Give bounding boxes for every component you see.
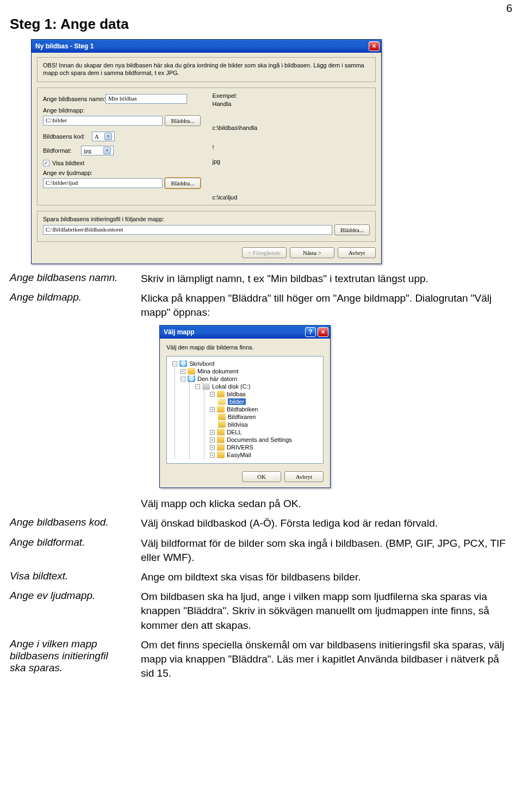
- term: Visa bildtext.: [10, 570, 127, 584]
- dlg2-titlebar[interactable]: Välj mapp ? ×: [160, 326, 330, 339]
- dialog-valj-mapp: Välj mapp ? × Välj den mapp där bilderna…: [159, 325, 331, 488]
- next-button[interactable]: Nästa >: [290, 247, 334, 258]
- tree-node[interactable]: Bildfabriken: [227, 406, 258, 413]
- back-button: < Föregående: [242, 247, 287, 258]
- expand-icon[interactable]: +: [181, 369, 185, 374]
- drive-icon: [202, 383, 210, 390]
- tree-node[interactable]: Skrivbord: [189, 360, 214, 367]
- folder-icon: [188, 368, 195, 374]
- term: Ange bildbasens namn.: [10, 272, 127, 286]
- code-sample: !: [213, 144, 370, 151]
- folder-open-icon: [218, 398, 226, 405]
- collapse-icon[interactable]: −: [181, 377, 185, 382]
- show-text-checkbox[interactable]: ✓: [43, 160, 49, 166]
- desc: Välj bildformat för de bilder som ska in…: [141, 536, 512, 565]
- dlg2-title: Välj mapp: [164, 328, 303, 336]
- expand-icon[interactable]: +: [210, 407, 215, 412]
- desktop-icon: [179, 360, 187, 367]
- format-label: Bildformat:: [43, 147, 81, 154]
- page-title: Steg 1: Ange data: [10, 16, 512, 33]
- expand-icon[interactable]: +: [210, 445, 215, 450]
- folder-icon: [217, 406, 225, 413]
- sound-sample: c:\ica\ljud: [213, 194, 370, 201]
- page-number: 6: [10, 2, 512, 15]
- show-text-label: Visa bildtext: [52, 160, 84, 166]
- ok-button[interactable]: OK: [242, 471, 281, 482]
- term: Ange bildmapp.: [10, 291, 127, 320]
- tree-node[interactable]: DELL: [227, 429, 242, 435]
- desc: Om det finns speciella önskemål om var b…: [141, 638, 512, 681]
- close-icon[interactable]: ×: [318, 327, 328, 337]
- tree-node[interactable]: Documents and Settings: [227, 436, 292, 443]
- folder-sample: c:\bildbas\handla: [213, 124, 370, 131]
- browse-button-folder[interactable]: Bläddra...: [165, 115, 200, 126]
- chevron-down-icon: ▾: [104, 133, 112, 140]
- folder-icon: [218, 414, 226, 420]
- dlg2-prompt: Välj den mapp där bilderna finns.: [166, 344, 324, 351]
- expand-icon[interactable]: +: [210, 430, 215, 435]
- desc: Klicka på knappen "Bläddra" till höger o…: [141, 291, 512, 320]
- code-combo[interactable]: A▾: [92, 132, 115, 141]
- format-value: jpg: [84, 147, 91, 154]
- tree-node-selected[interactable]: bilder: [228, 398, 246, 405]
- desc: Välj mapp och klicka sedan på OK.: [141, 497, 512, 511]
- term: Ange bildformat.: [10, 536, 127, 565]
- sound-label: Ange ev ljudmapp:: [43, 170, 92, 176]
- obs-text: OBS! Innan du skapar den nya bildbasen h…: [43, 62, 370, 77]
- expand-icon[interactable]: +: [210, 438, 215, 442]
- tree-node[interactable]: DRIVERS: [227, 444, 253, 451]
- folder-icon: [217, 436, 225, 443]
- tree-node[interactable]: Bildfixaren: [228, 414, 256, 420]
- term: Ange i vilken mapp bildbasens initiering…: [10, 638, 127, 681]
- name-label: Ange bildbasens namn:: [43, 96, 105, 102]
- folder-icon: [217, 444, 225, 451]
- folder-icon: [218, 421, 226, 428]
- dialog-ny-bildbas: Ny bildbas - Steg 1 × OBS! Innan du skap…: [31, 39, 382, 264]
- computer-icon: [188, 376, 195, 382]
- save-group: Spara bildbasens initieringsfil i följan…: [37, 211, 376, 242]
- folder-icon: [217, 429, 225, 435]
- tree-node[interactable]: Lokal disk (C:): [212, 383, 250, 390]
- format-combo[interactable]: jpg▾: [81, 146, 114, 155]
- name-field[interactable]: Min bildbas: [105, 94, 187, 104]
- desc: Välj önskad bildbaskod (A-Ö). Första led…: [141, 516, 512, 530]
- expand-icon[interactable]: +: [210, 392, 215, 397]
- chevron-down-icon: ▾: [103, 147, 111, 154]
- term: Ange ev ljudmapp.: [10, 590, 127, 633]
- code-value: A: [95, 133, 99, 140]
- name-sample: Handla: [213, 101, 370, 107]
- folder-label: Ange bildmapp:: [43, 107, 84, 114]
- browse-button-sound[interactable]: Bläddra...: [165, 178, 200, 189]
- folder-icon: [217, 391, 225, 397]
- browse-button-save[interactable]: Bläddra...: [334, 224, 370, 235]
- save-label: Spara bildbasens initieringsfil i följan…: [43, 216, 370, 222]
- desc: Ange om bildtext ska visas för bildbasen…: [141, 570, 512, 584]
- save-field[interactable]: C:\Bildfabriken\Bildbaskontoret: [43, 225, 332, 235]
- help-icon[interactable]: ?: [305, 327, 316, 337]
- collapse-icon[interactable]: −: [195, 384, 200, 389]
- sound-field[interactable]: C:\bilder\ljud: [43, 178, 163, 188]
- term: Ange bildbasens kod.: [10, 516, 127, 530]
- cancel-button[interactable]: Avbryt: [284, 471, 324, 482]
- expand-icon[interactable]: +: [210, 453, 215, 458]
- format-sample: jpg: [213, 158, 370, 165]
- dlg1-title: Ny bildbas - Steg 1: [35, 42, 367, 50]
- tree-node[interactable]: EasyMail: [227, 452, 251, 458]
- desc: Om bildbasen ska ha ljud, ange i vilken …: [141, 590, 512, 633]
- desc: Skriv in lämpligt namn, t ex "Min bildba…: [141, 272, 512, 286]
- exempel-label: Exempel:: [213, 92, 370, 99]
- code-label: Bildbasens kod:: [43, 133, 92, 140]
- folder-tree[interactable]: − Skrivbord + Mina dokument − Den här da…: [166, 356, 324, 464]
- tree-node[interactable]: Den här datorn: [197, 376, 237, 382]
- info-group: OBS! Innan du skapar den nya bildbasen h…: [37, 57, 376, 82]
- tree-node[interactable]: bildvisa: [228, 421, 248, 428]
- form-group: Ange bildbasens namn: Min bildbas Ange b…: [37, 88, 376, 205]
- folder-field[interactable]: C:\bilder: [43, 116, 163, 126]
- close-icon[interactable]: ×: [369, 41, 380, 51]
- dlg1-titlebar[interactable]: Ny bildbas - Steg 1 ×: [32, 40, 381, 53]
- tree-node[interactable]: bildbas: [227, 391, 246, 397]
- cancel-button[interactable]: Avbryt: [338, 247, 376, 258]
- folder-icon: [217, 452, 225, 458]
- tree-node[interactable]: Mina dokument: [197, 368, 238, 374]
- collapse-icon[interactable]: −: [172, 361, 177, 366]
